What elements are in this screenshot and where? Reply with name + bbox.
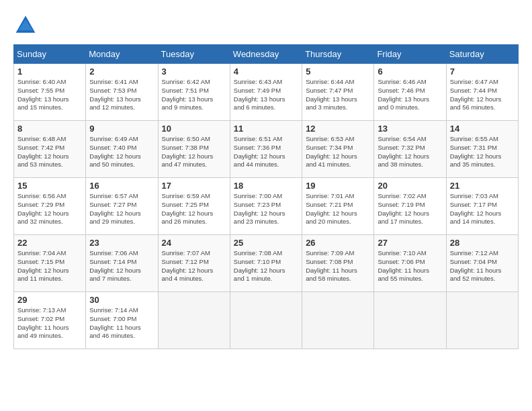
day-cell: 12Sunrise: 6:53 AM Sunset: 7:34 PM Dayli… bbox=[302, 121, 374, 178]
day-number: 25 bbox=[234, 238, 298, 248]
day-info: Sunrise: 6:57 AM Sunset: 7:27 PM Dayligh… bbox=[89, 192, 154, 226]
day-cell: 14Sunrise: 6:55 AM Sunset: 7:31 PM Dayli… bbox=[446, 121, 518, 178]
day-info: Sunrise: 6:53 AM Sunset: 7:34 PM Dayligh… bbox=[306, 135, 370, 169]
col-header-monday: Monday bbox=[86, 45, 158, 64]
day-cell: 16Sunrise: 6:57 AM Sunset: 7:27 PM Dayli… bbox=[86, 178, 158, 235]
day-info: Sunrise: 6:47 AM Sunset: 7:44 PM Dayligh… bbox=[450, 78, 515, 112]
day-number: 21 bbox=[450, 181, 515, 191]
day-info: Sunrise: 6:40 AM Sunset: 7:55 PM Dayligh… bbox=[17, 78, 82, 112]
day-number: 16 bbox=[89, 181, 154, 191]
day-info: Sunrise: 6:48 AM Sunset: 7:42 PM Dayligh… bbox=[17, 135, 82, 169]
day-info: Sunrise: 7:08 AM Sunset: 7:10 PM Dayligh… bbox=[234, 249, 298, 283]
day-info: Sunrise: 7:04 AM Sunset: 7:15 PM Dayligh… bbox=[17, 249, 82, 283]
day-info: Sunrise: 6:59 AM Sunset: 7:25 PM Dayligh… bbox=[162, 192, 226, 226]
day-cell: 15Sunrise: 6:56 AM Sunset: 7:29 PM Dayli… bbox=[14, 178, 86, 235]
week-row-2: 8Sunrise: 6:48 AM Sunset: 7:42 PM Daylig… bbox=[14, 121, 519, 178]
day-info: Sunrise: 6:43 AM Sunset: 7:49 PM Dayligh… bbox=[234, 78, 298, 112]
day-info: Sunrise: 6:51 AM Sunset: 7:36 PM Dayligh… bbox=[234, 135, 298, 169]
day-number: 20 bbox=[378, 181, 442, 191]
day-cell: 11Sunrise: 6:51 AM Sunset: 7:36 PM Dayli… bbox=[230, 121, 302, 178]
day-info: Sunrise: 6:44 AM Sunset: 7:47 PM Dayligh… bbox=[306, 78, 370, 112]
col-header-saturday: Saturday bbox=[446, 45, 518, 64]
day-info: Sunrise: 6:55 AM Sunset: 7:31 PM Dayligh… bbox=[450, 135, 515, 169]
col-header-thursday: Thursday bbox=[302, 45, 374, 64]
day-cell bbox=[446, 292, 518, 349]
day-info: Sunrise: 7:01 AM Sunset: 7:21 PM Dayligh… bbox=[306, 192, 370, 226]
header-row: SundayMondayTuesdayWednesdayThursdayFrid… bbox=[14, 45, 519, 64]
day-cell: 2Sunrise: 6:41 AM Sunset: 7:53 PM Daylig… bbox=[86, 64, 158, 121]
col-header-sunday: Sunday bbox=[14, 45, 86, 64]
day-number: 8 bbox=[17, 124, 82, 134]
header bbox=[13, 13, 519, 38]
day-cell: 4Sunrise: 6:43 AM Sunset: 7:49 PM Daylig… bbox=[230, 64, 302, 121]
day-cell bbox=[302, 292, 374, 349]
day-info: Sunrise: 7:10 AM Sunset: 7:06 PM Dayligh… bbox=[378, 249, 442, 283]
day-number: 24 bbox=[162, 238, 226, 248]
calendar-table: SundayMondayTuesdayWednesdayThursdayFrid… bbox=[13, 44, 519, 349]
day-cell: 23Sunrise: 7:06 AM Sunset: 7:14 PM Dayli… bbox=[86, 235, 158, 292]
day-info: Sunrise: 7:06 AM Sunset: 7:14 PM Dayligh… bbox=[89, 249, 154, 283]
day-number: 26 bbox=[306, 238, 370, 248]
day-number: 9 bbox=[89, 124, 154, 134]
day-cell: 28Sunrise: 7:12 AM Sunset: 7:04 PM Dayli… bbox=[446, 235, 518, 292]
day-cell: 1Sunrise: 6:40 AM Sunset: 7:55 PM Daylig… bbox=[14, 64, 86, 121]
day-cell: 29Sunrise: 7:13 AM Sunset: 7:02 PM Dayli… bbox=[14, 292, 86, 349]
day-info: Sunrise: 7:07 AM Sunset: 7:12 PM Dayligh… bbox=[162, 249, 226, 283]
day-number: 11 bbox=[234, 124, 298, 134]
logo bbox=[13, 13, 40, 38]
day-number: 17 bbox=[162, 181, 226, 191]
day-cell: 21Sunrise: 7:03 AM Sunset: 7:17 PM Dayli… bbox=[446, 178, 518, 235]
day-number: 3 bbox=[162, 66, 226, 77]
day-info: Sunrise: 6:50 AM Sunset: 7:38 PM Dayligh… bbox=[162, 135, 226, 169]
day-info: Sunrise: 6:46 AM Sunset: 7:46 PM Dayligh… bbox=[378, 78, 442, 112]
day-info: Sunrise: 7:09 AM Sunset: 7:08 PM Dayligh… bbox=[306, 249, 370, 283]
day-cell: 7Sunrise: 6:47 AM Sunset: 7:44 PM Daylig… bbox=[446, 64, 518, 121]
day-cell: 22Sunrise: 7:04 AM Sunset: 7:15 PM Dayli… bbox=[14, 235, 86, 292]
day-number: 27 bbox=[378, 238, 442, 248]
day-info: Sunrise: 6:41 AM Sunset: 7:53 PM Dayligh… bbox=[89, 78, 154, 112]
col-header-tuesday: Tuesday bbox=[158, 45, 230, 64]
day-number: 30 bbox=[89, 295, 154, 305]
day-cell: 27Sunrise: 7:10 AM Sunset: 7:06 PM Dayli… bbox=[374, 235, 446, 292]
day-cell: 18Sunrise: 7:00 AM Sunset: 7:23 PM Dayli… bbox=[230, 178, 302, 235]
day-cell: 6Sunrise: 6:46 AM Sunset: 7:46 PM Daylig… bbox=[374, 64, 446, 121]
day-cell: 5Sunrise: 6:44 AM Sunset: 7:47 PM Daylig… bbox=[302, 64, 374, 121]
day-info: Sunrise: 6:42 AM Sunset: 7:51 PM Dayligh… bbox=[162, 78, 226, 112]
week-row-4: 22Sunrise: 7:04 AM Sunset: 7:15 PM Dayli… bbox=[14, 235, 519, 292]
col-header-friday: Friday bbox=[374, 45, 446, 64]
day-number: 28 bbox=[450, 238, 515, 248]
day-info: Sunrise: 6:54 AM Sunset: 7:32 PM Dayligh… bbox=[378, 135, 442, 169]
day-cell: 20Sunrise: 7:02 AM Sunset: 7:19 PM Dayli… bbox=[374, 178, 446, 235]
day-info: Sunrise: 7:00 AM Sunset: 7:23 PM Dayligh… bbox=[234, 192, 298, 226]
week-row-1: 1Sunrise: 6:40 AM Sunset: 7:55 PM Daylig… bbox=[14, 64, 519, 121]
day-number: 29 bbox=[17, 295, 82, 305]
day-cell: 9Sunrise: 6:49 AM Sunset: 7:40 PM Daylig… bbox=[86, 121, 158, 178]
day-number: 2 bbox=[89, 66, 154, 77]
day-info: Sunrise: 7:02 AM Sunset: 7:19 PM Dayligh… bbox=[378, 192, 442, 226]
day-number: 12 bbox=[306, 124, 370, 134]
day-cell: 25Sunrise: 7:08 AM Sunset: 7:10 PM Dayli… bbox=[230, 235, 302, 292]
day-number: 14 bbox=[450, 124, 515, 134]
day-cell: 8Sunrise: 6:48 AM Sunset: 7:42 PM Daylig… bbox=[14, 121, 86, 178]
day-number: 10 bbox=[162, 124, 226, 134]
day-cell: 13Sunrise: 6:54 AM Sunset: 7:32 PM Dayli… bbox=[374, 121, 446, 178]
day-cell: 3Sunrise: 6:42 AM Sunset: 7:51 PM Daylig… bbox=[158, 64, 230, 121]
day-number: 18 bbox=[234, 181, 298, 191]
day-info: Sunrise: 7:03 AM Sunset: 7:17 PM Dayligh… bbox=[450, 192, 515, 226]
day-cell: 24Sunrise: 7:07 AM Sunset: 7:12 PM Dayli… bbox=[158, 235, 230, 292]
day-number: 19 bbox=[306, 181, 370, 191]
col-header-wednesday: Wednesday bbox=[230, 45, 302, 64]
day-info: Sunrise: 7:13 AM Sunset: 7:02 PM Dayligh… bbox=[17, 306, 82, 340]
day-cell: 10Sunrise: 6:50 AM Sunset: 7:38 PM Dayli… bbox=[158, 121, 230, 178]
day-cell bbox=[374, 292, 446, 349]
week-row-3: 15Sunrise: 6:56 AM Sunset: 7:29 PM Dayli… bbox=[14, 178, 519, 235]
week-row-5: 29Sunrise: 7:13 AM Sunset: 7:02 PM Dayli… bbox=[14, 292, 519, 349]
logo-icon bbox=[13, 13, 38, 38]
day-cell bbox=[230, 292, 302, 349]
day-cell: 17Sunrise: 6:59 AM Sunset: 7:25 PM Dayli… bbox=[158, 178, 230, 235]
day-cell bbox=[158, 292, 230, 349]
day-info: Sunrise: 7:12 AM Sunset: 7:04 PM Dayligh… bbox=[450, 249, 515, 283]
day-number: 23 bbox=[89, 238, 154, 248]
day-info: Sunrise: 7:14 AM Sunset: 7:00 PM Dayligh… bbox=[89, 306, 154, 340]
day-number: 13 bbox=[378, 124, 442, 134]
